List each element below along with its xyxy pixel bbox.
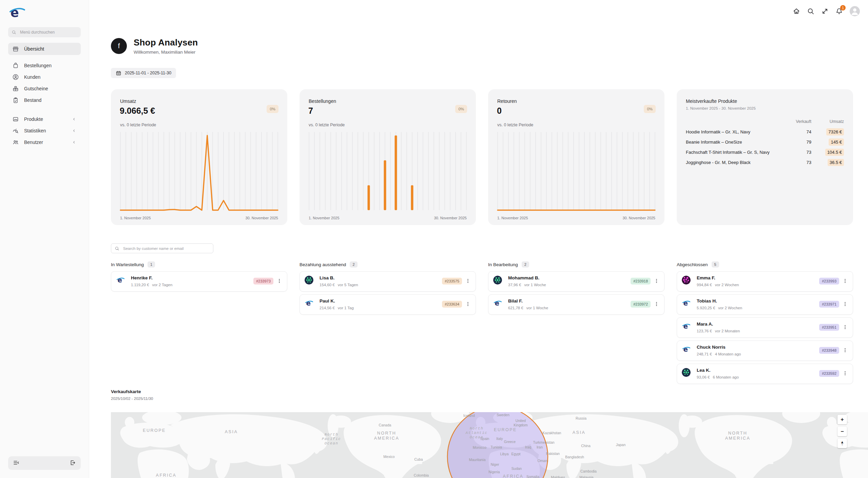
order-card[interactable]: Lisa B. 154,60 €vor 5 Tagen #233575 bbox=[300, 271, 476, 292]
order-card[interactable]: e Chuck Norris 248,71 €4 Monaten ago #23… bbox=[677, 341, 853, 361]
kanban-column-count-badge: 2 bbox=[350, 261, 357, 268]
search-icon bbox=[115, 246, 119, 251]
order-card[interactable]: e Bilal F. 621,78 €vor 1 Woche #233972 bbox=[488, 294, 664, 315]
sidebar-item-kunden[interactable]: Kunden bbox=[8, 71, 81, 83]
chevron-left-icon bbox=[71, 128, 77, 133]
order-card-body: Bilal F. 621,78 €vor 1 Woche bbox=[508, 298, 627, 310]
sales-map[interactable]: EUROPEASIAAFRICANorth Pacific OceanCanad… bbox=[111, 412, 868, 478]
order-menu-button[interactable] bbox=[842, 347, 848, 353]
kanban-column-header: Abgeschlossen 5 bbox=[677, 261, 853, 268]
customer-search[interactable] bbox=[111, 243, 213, 253]
map-zoom-in-button[interactable]: + bbox=[837, 415, 847, 424]
order-time: vor 1 Tag bbox=[338, 306, 354, 310]
svg-text:e: e bbox=[683, 345, 688, 353]
customer-name: Bilal F. bbox=[508, 298, 627, 304]
order-menu-button[interactable] bbox=[842, 370, 848, 376]
product-name: Fachschaft T-Shirt Informatik – Gr. S, N… bbox=[686, 150, 792, 155]
sidebar-group-benutzer[interactable]: Benutzer bbox=[8, 136, 81, 148]
stat-chart-axis: 1. November 202530. November 2025 bbox=[120, 216, 278, 220]
order-menu-button[interactable] bbox=[653, 301, 659, 307]
fullscreen-button[interactable] bbox=[821, 7, 829, 15]
order-card-body: Lisa B. 154,60 €vor 5 Tagen bbox=[320, 275, 439, 287]
order-menu-button[interactable] bbox=[842, 301, 848, 307]
notifications-button[interactable]: 1 bbox=[835, 7, 843, 15]
map-tilt-button[interactable]: ▲▼ bbox=[837, 439, 847, 448]
users-icon bbox=[12, 139, 19, 146]
date-range-picker[interactable]: 2025-11-01 - 2025-11-30 bbox=[111, 68, 176, 78]
order-card[interactable]: e Tobias H. 5.920,25 €vor 2 Wochen #2339… bbox=[677, 294, 853, 315]
order-amount: 1.119,20 € bbox=[131, 283, 149, 287]
customer-avatar bbox=[682, 368, 691, 377]
order-menu-button[interactable] bbox=[842, 278, 848, 284]
order-card[interactable]: e Paul K. 214,56 €vor 1 Tag #233634 bbox=[300, 294, 476, 315]
order-amount: 248,71 € bbox=[697, 352, 712, 356]
shop-logo-avatar: e bbox=[116, 276, 125, 284]
order-card-body: Emma F. 994,84 €vor 2 Wochen bbox=[697, 275, 816, 287]
chevron-left-icon bbox=[71, 116, 77, 122]
search-icon bbox=[807, 7, 814, 15]
order-card[interactable]: Emma F. 994,84 €vor 2 Wochen #233993 bbox=[677, 271, 853, 292]
users-icon bbox=[12, 139, 19, 146]
product-sold: 79 bbox=[792, 140, 811, 145]
order-card[interactable]: Lea K. 93,06 €6 Monaten ago #233592 bbox=[677, 364, 853, 384]
axis-start-label: 1. November 2025 bbox=[120, 216, 151, 220]
shop-logo-avatar: e bbox=[682, 345, 691, 354]
logout-button[interactable] bbox=[69, 459, 76, 467]
customer-name: Emma F. bbox=[697, 275, 816, 280]
stat-chart-axis: 1. November 202530. November 2025 bbox=[309, 216, 467, 220]
stat-value: 0 bbox=[497, 106, 502, 116]
sidebar-item-gutscheine[interactable]: Gutscheine bbox=[8, 83, 81, 94]
bag-icon bbox=[12, 62, 19, 69]
axis-start-label: 1. November 2025 bbox=[497, 216, 528, 220]
axis-end-label: 30. November 2025 bbox=[245, 216, 278, 220]
kanban-column-title: Bezahlung ausstehend bbox=[300, 262, 346, 267]
global-search-button[interactable] bbox=[807, 7, 814, 15]
order-card-body: Henrike F. 1.119,20 €vor 2 Tagen bbox=[131, 275, 250, 287]
map-zoom-out-button[interactable]: − bbox=[837, 427, 847, 436]
kebab-icon bbox=[465, 278, 471, 284]
sidebar-group-statistiken[interactable]: Statistiken bbox=[8, 125, 81, 136]
stat-label: Umsatz bbox=[120, 98, 136, 104]
kebab-icon bbox=[276, 278, 282, 284]
kebab-icon bbox=[654, 301, 659, 307]
collapse-sidebar-button[interactable] bbox=[13, 459, 20, 467]
order-id-badge: #233575 bbox=[442, 278, 462, 284]
user-avatar[interactable] bbox=[850, 6, 860, 16]
sidebar-item-bestellungen[interactable]: Bestellungen bbox=[8, 60, 81, 71]
kebab-icon bbox=[465, 301, 471, 307]
stat-value: 7 bbox=[308, 106, 313, 116]
home-button[interactable] bbox=[793, 7, 800, 15]
stat-compare-text: vs. 0 letzte Periode bbox=[497, 123, 533, 127]
world-map-graphic bbox=[111, 412, 868, 478]
product-name: Beanie Informatik – OneSize bbox=[686, 140, 792, 145]
order-menu-button[interactable] bbox=[842, 324, 848, 330]
kebab-icon bbox=[842, 324, 848, 330]
product-row: Beanie Informatik – OneSize 79 145 € bbox=[686, 137, 844, 147]
welcome-text: Willkommen, Maximilian Meier bbox=[134, 50, 198, 55]
sidebar-search-input[interactable] bbox=[19, 30, 77, 35]
stat-chart bbox=[119, 131, 279, 212]
order-card[interactable]: Mohammad B. 37,96 €vor 1 Woche #233918 bbox=[488, 271, 664, 292]
product-name: Jogginghose - Gr. M, Deep Black bbox=[686, 160, 792, 165]
sidebar-search[interactable] bbox=[8, 27, 81, 37]
order-time: vor 2 Tagen bbox=[152, 283, 173, 287]
sidebar-group-produkte[interactable]: Produkte bbox=[8, 113, 81, 125]
svg-text:e: e bbox=[306, 299, 311, 307]
order-card[interactable]: e Henrike F. 1.119,20 €vor 2 Tagen #2339… bbox=[111, 271, 287, 292]
order-time: vor 1 Woche bbox=[524, 283, 546, 287]
order-menu-button[interactable] bbox=[465, 278, 471, 284]
order-menu-button[interactable] bbox=[276, 278, 282, 284]
column-header-sold: Verkauft bbox=[792, 119, 811, 124]
kebab-icon bbox=[842, 370, 848, 376]
customer-search-input[interactable] bbox=[122, 246, 210, 251]
order-menu-button[interactable] bbox=[465, 301, 471, 307]
kanban-column-title: In Wartestellung bbox=[111, 262, 144, 267]
order-menu-button[interactable] bbox=[653, 278, 659, 284]
product-row: Hoodie Informatik – Gr. XL, Navy 74 7326… bbox=[686, 127, 844, 137]
sidebar-item-uebersicht[interactable]: Übersicht bbox=[8, 43, 81, 55]
home-icon bbox=[793, 7, 800, 15]
top-products-table: Verkauft Umsatz Hoodie Informatik – Gr. … bbox=[686, 117, 844, 167]
order-card[interactable]: e Mara A. 123,76 €vor 2 Monaten #233951 bbox=[677, 317, 853, 338]
sidebar-item-bestand[interactable]: Bestand bbox=[8, 94, 81, 106]
order-card-body: Tobias H. 5.920,25 €vor 2 Wochen bbox=[697, 298, 816, 310]
